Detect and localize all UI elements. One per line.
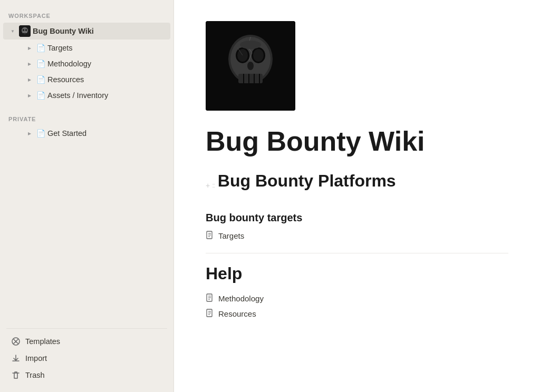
- chevron-right-icon: [25, 44, 34, 52]
- chevron-right-icon: [25, 60, 34, 68]
- private-label: PRIVATE: [0, 112, 173, 125]
- chevron-right-icon: [25, 91, 34, 100]
- sidebar-item-label: Resources: [47, 75, 84, 84]
- chevron-right-icon: [25, 75, 34, 84]
- main-content: Bug Bounty Wiki + :: Bug Bounty Platform…: [174, 0, 540, 392]
- page-title: Bug Bounty Wiki: [206, 126, 508, 156]
- page-icon: 📄: [36, 75, 45, 84]
- section1-sub-heading: Bug bounty targets: [206, 212, 508, 224]
- sidebar-item-label: Methodology: [47, 60, 91, 68]
- link-resources[interactable]: Resources: [206, 307, 508, 320]
- page-icon: 📄: [36, 91, 45, 100]
- workspace-icon: [19, 25, 31, 37]
- workspace-title: Bug Bounty Wiki: [33, 27, 94, 35]
- import-label: Import: [25, 354, 47, 362]
- chevron-down-icon: [8, 27, 17, 35]
- sidebar-item-templates[interactable]: Templates: [3, 334, 170, 349]
- link-methodology[interactable]: Methodology: [206, 292, 508, 305]
- sidebar-item-methodology[interactable]: 📄 Methodology: [3, 56, 170, 71]
- sidebar-item-import[interactable]: Import: [3, 350, 170, 366]
- sidebar-item-label: Get Started: [47, 129, 86, 138]
- page-link-icon: [206, 309, 214, 319]
- sidebar: WORKSPACE Bug Bounty Wiki 📄 Targets 📄: [0, 0, 174, 392]
- add-block-icon[interactable]: +: [206, 181, 210, 190]
- sidebar-divider: [6, 328, 167, 329]
- sidebar-item-get-started[interactable]: 📄 Get Started: [3, 126, 170, 141]
- svg-rect-7: [23, 32, 27, 33]
- svg-point-2: [23, 29, 25, 31]
- import-icon: [11, 353, 21, 364]
- link-methodology-label: Methodology: [218, 294, 264, 303]
- drag-handle-icon[interactable]: ::: [212, 182, 215, 189]
- sidebar-item-targets[interactable]: 📄 Targets: [3, 41, 170, 55]
- svg-point-15: [253, 49, 264, 62]
- svg-point-22: [240, 41, 261, 49]
- section-divider: [206, 253, 508, 253]
- page-icon: 📄: [36, 43, 45, 53]
- svg-point-3: [25, 29, 27, 31]
- page-link-icon: [206, 293, 214, 303]
- sidebar-item-resources[interactable]: 📄 Resources: [3, 72, 170, 87]
- sidebar-item-trash[interactable]: Trash: [3, 367, 170, 383]
- section1-heading: Bug Bounty Platforms: [218, 171, 396, 191]
- trash-label: Trash: [25, 371, 45, 379]
- page-link-icon: [206, 231, 214, 241]
- section2-heading: Help: [206, 264, 508, 283]
- chevron-right-icon: [25, 129, 34, 138]
- sidebar-item-label: Assets / Inventory: [47, 91, 108, 100]
- sidebar-item-label: Targets: [47, 44, 73, 52]
- svg-point-16: [247, 62, 254, 70]
- link-targets-label: Targets: [218, 231, 244, 240]
- sidebar-workspace-root[interactable]: Bug Bounty Wiki: [3, 23, 170, 40]
- sidebar-item-assets[interactable]: 📄 Assets / Inventory: [3, 88, 170, 103]
- templates-icon: [11, 336, 21, 347]
- trash-icon: [11, 370, 21, 380]
- link-targets[interactable]: Targets: [206, 229, 508, 242]
- link-resources-label: Resources: [218, 309, 256, 318]
- page-icon: 📄: [36, 129, 45, 138]
- cover-image: [206, 21, 295, 111]
- workspace-label: WORKSPACE: [0, 8, 173, 22]
- templates-label: Templates: [25, 337, 60, 346]
- section1-heading-row: + :: Bug Bounty Platforms: [206, 171, 508, 199]
- page-icon: 📄: [36, 59, 45, 68]
